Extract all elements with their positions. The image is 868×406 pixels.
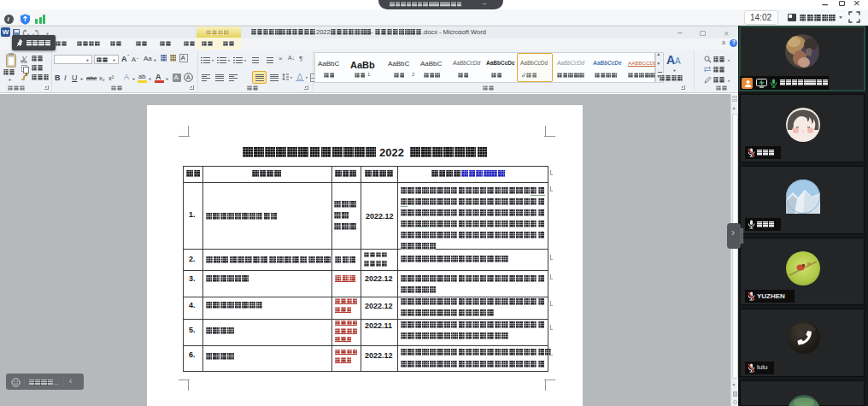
svg-text:A: A bbox=[186, 74, 191, 81]
